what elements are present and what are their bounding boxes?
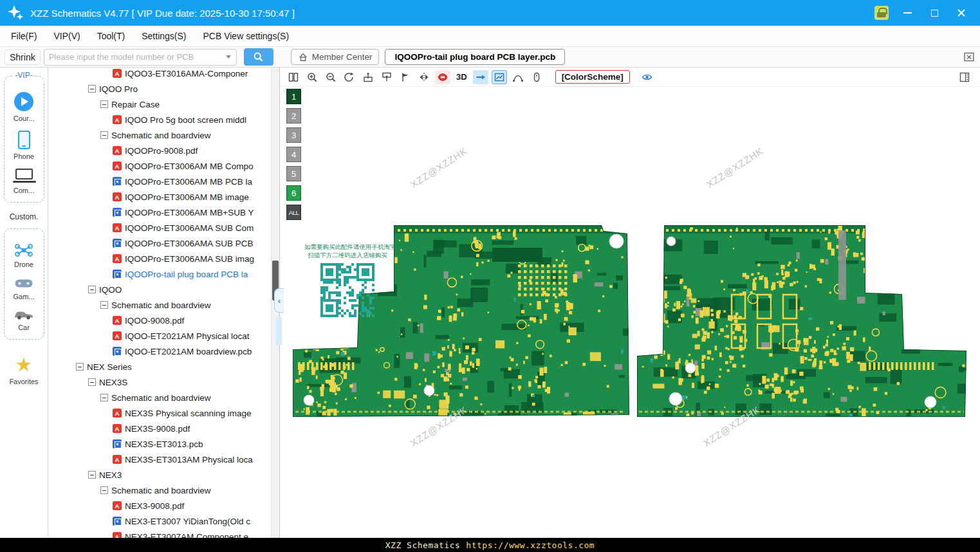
model-search-input[interactable]: [44, 52, 226, 62]
tree-item[interactable]: AIQOO3-ET3016AMA-Componer: [48, 68, 279, 81]
maximize-button[interactable]: [926, 5, 943, 21]
layer-button-4[interactable]: 4: [286, 147, 301, 162]
collapse-toggle-icon[interactable]: [76, 363, 84, 371]
tree-item[interactable]: AIQOOPro-ET3006AMA SUB imag: [48, 251, 279, 266]
flag-button[interactable]: [398, 70, 413, 84]
tree-item[interactable]: Schematic and boardview: [48, 127, 279, 143]
layer-button-5[interactable]: 5: [286, 166, 301, 181]
collapse-toggle-icon[interactable]: [88, 85, 96, 93]
tree-item[interactable]: NEX3S-ET3013.pcb: [48, 436, 279, 452]
dropdown-caret-icon[interactable]: [226, 55, 231, 59]
flip-horizontal-button[interactable]: [416, 70, 432, 84]
tree-item[interactable]: AIQOO Pro 5g boot screen middl: [48, 112, 279, 127]
layer-button-6[interactable]: 6: [286, 185, 301, 201]
diagram-mode-button[interactable]: [492, 70, 507, 84]
sidebar-item-computer[interactable]: Com...: [14, 169, 34, 194]
layer-button-1[interactable]: 1: [286, 89, 301, 104]
menu-item-3[interactable]: Settings(S): [133, 31, 194, 41]
sidebar-item-favorites[interactable]: ★ Favorites: [9, 355, 38, 385]
zoom-out-button[interactable]: [323, 70, 338, 84]
collapse-toggle-icon[interactable]: [88, 471, 96, 479]
collapse-toggle-icon[interactable]: [88, 286, 96, 293]
marker-tool-button[interactable]: [435, 70, 450, 84]
collapse-toggle-icon[interactable]: [88, 378, 96, 386]
sidebar-item-game[interactable]: Gam...: [13, 277, 34, 300]
split-view-button[interactable]: [286, 70, 301, 84]
tree-item[interactable]: IQOOPro-ET3006AMA SUB PCB: [48, 235, 279, 251]
minimize-button[interactable]: [899, 5, 916, 21]
tree-item[interactable]: AIQOOPro-ET3006AMA SUB Com: [48, 220, 279, 235]
tree-item[interactable]: AIQOO-ET2021AM Physical locat: [48, 328, 279, 344]
collapse-panel-handle[interactable]: [274, 288, 284, 313]
sidebar-item-course[interactable]: Cour...: [14, 92, 34, 122]
splitter-handle[interactable]: [276, 316, 282, 345]
tree-item[interactable]: ANEX3S-9008.pdf: [48, 421, 279, 436]
tree-item[interactable]: AIQOOPro-ET3006AM MB Compo: [48, 158, 279, 174]
tree-item-label: Schematic and boardview: [111, 393, 211, 403]
tree-item[interactable]: Repair Case: [48, 97, 279, 112]
zoom-in-button[interactable]: [304, 70, 320, 84]
model-search-box[interactable]: [44, 49, 237, 66]
drag-mode-button[interactable]: [529, 70, 544, 84]
board-bottom-button[interactable]: [379, 70, 394, 84]
tree-item[interactable]: IQOOPro-ET3006AM MB+SUB Y: [48, 205, 279, 220]
tree-item[interactable]: IQOO-ET2021AM boardview.pcb: [48, 344, 279, 359]
sidebar-item-label: Favorites: [9, 378, 38, 385]
pcb-canvas[interactable]: 123456ALL XZZ@XZZHKXZZ@XZZHKXZZ@XZZHKXZZ…: [280, 87, 980, 538]
document-tab[interactable]: IQOOPro-tail plug board PCB layer.pcb: [385, 49, 565, 65]
tree-item[interactable]: NEX3-ET3007 YiDianTong(Old c: [48, 513, 279, 529]
rotate-button[interactable]: [342, 70, 357, 84]
sidebar-item-phone[interactable]: Phone: [14, 131, 34, 160]
tree-item[interactable]: Schematic and boardview: [48, 483, 279, 498]
close-document-icon[interactable]: [963, 51, 975, 62]
tree-item[interactable]: ANEX3-ET3007AM Component e: [48, 529, 279, 538]
tree-item[interactable]: ANEX3-9008.pdf: [48, 498, 279, 513]
tree-item[interactable]: AIQOOPro-9008.pdf: [48, 143, 279, 158]
layer-panel-button[interactable]: [957, 70, 972, 84]
collapse-toggle-icon[interactable]: [100, 131, 108, 139]
visibility-button[interactable]: [640, 70, 655, 84]
collapse-toggle-icon[interactable]: [100, 486, 108, 494]
layer-button-3[interactable]: 3: [286, 127, 301, 143]
search-button[interactable]: [244, 48, 273, 66]
next-arrow-button[interactable]: [473, 70, 488, 84]
tree-item[interactable]: IQOO: [48, 282, 279, 297]
3d-view-button[interactable]: 3D: [454, 70, 470, 84]
sidebar-item-label: Gam...: [13, 293, 34, 300]
collapse-toggle-icon[interactable]: [100, 301, 108, 309]
menu-item-2[interactable]: Tool(T): [89, 31, 134, 41]
member-center-button[interactable]: Member Center: [291, 49, 380, 65]
tree-item[interactable]: ANEX3S Physical scanning image: [48, 405, 279, 421]
collapse-toggle-icon[interactable]: [100, 100, 108, 108]
measure-curve-button[interactable]: [510, 70, 526, 84]
board-top-button[interactable]: [360, 70, 376, 84]
tree-item[interactable]: NEX Series: [48, 359, 279, 374]
menu-item-0[interactable]: File(F): [3, 31, 45, 41]
tree-item[interactable]: IQOOPro-ET3006AM MB PCB la: [48, 174, 279, 189]
layer-button-all[interactable]: ALL: [286, 205, 301, 220]
tree-item[interactable]: ANEX3S-ET3013AM Physical loca: [48, 452, 279, 467]
shrink-button[interactable]: Shrink: [5, 50, 41, 65]
sidebar-item-label: Cour...: [14, 115, 34, 122]
menu-item-1[interactable]: VIP(V): [45, 31, 88, 41]
layer-button-2[interactable]: 2: [286, 108, 301, 124]
menu-item-4[interactable]: PCB View settings(S): [194, 31, 297, 41]
vip-status-icon[interactable]: [874, 6, 889, 20]
sidebar-item-car[interactable]: Car: [14, 309, 34, 331]
tree-item[interactable]: Schematic and boardview: [48, 390, 279, 405]
statusbar-url[interactable]: https://www.xzztools.com: [466, 540, 595, 550]
close-button[interactable]: [953, 5, 970, 21]
tree-item[interactable]: AIQOOPro-ET3006AM MB image: [48, 189, 279, 205]
tree-item[interactable]: NEX3: [48, 467, 279, 483]
collapse-toggle-icon[interactable]: [100, 394, 108, 401]
colorscheme-button[interactable]: [ColorScheme]: [555, 70, 630, 84]
tree-item-label: NEX3S: [99, 378, 127, 387]
tree-item[interactable]: AIQOO-9008.pdf: [48, 313, 279, 328]
sidebar-item-drone[interactable]: Drone: [14, 243, 33, 268]
tree-item[interactable]: IQOO Pro: [48, 81, 279, 97]
drone-icon: [14, 243, 33, 257]
tree-item[interactable]: IQOOPro-tail plug board PCB la: [48, 266, 279, 282]
tree-item-label: IQOOPro-ET3006AM MB PCB la: [125, 177, 252, 187]
tree-item[interactable]: NEX3S: [48, 374, 279, 390]
tree-item[interactable]: Schematic and boardview: [48, 297, 279, 313]
